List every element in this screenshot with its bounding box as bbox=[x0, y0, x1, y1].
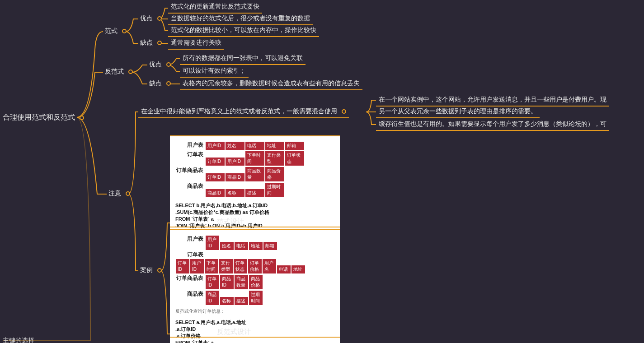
table-cell: 地址 bbox=[265, 142, 284, 150]
table-label: 订单商品表 bbox=[175, 167, 203, 174]
table-cell: 姓名 bbox=[226, 142, 244, 150]
table-cell: 商品价格 bbox=[265, 167, 284, 181]
table-label: 商品表 bbox=[175, 182, 203, 190]
dot-icon bbox=[126, 191, 130, 196]
leaf[interactable]: 范式化的数据比较小，可以放在内存中，操作比较快 bbox=[168, 25, 319, 37]
table-cell: 描述 bbox=[235, 297, 248, 305]
caption-fanfanshi: 反范式设计 bbox=[217, 328, 251, 336]
table-label: 用户表 bbox=[175, 141, 203, 149]
table-cell: 用户ID bbox=[206, 142, 225, 150]
table-label: 订单商品表 bbox=[175, 274, 203, 282]
table-cell: 订单ID bbox=[176, 259, 189, 273]
bottom-cut-node[interactable]: 主键的选择 bbox=[3, 337, 34, 343]
table-cell: 姓名 bbox=[220, 242, 234, 250]
table-cell: 订单状态 bbox=[285, 151, 304, 166]
table-cell: 邮箱 bbox=[285, 142, 304, 150]
caption-fanshi: 范式设计 bbox=[217, 218, 244, 226]
table-cell: 订单状态 bbox=[234, 259, 247, 273]
leaf[interactable]: 在一个网站实例中，这个网站，允许用户发送消息，并且一些用户是付费用户。现 bbox=[376, 95, 609, 107]
table-cell: 订单ID bbox=[206, 275, 219, 289]
table-cell: 描述 bbox=[245, 189, 264, 197]
leaf[interactable]: 缓存衍生值也是有用的。如果需要显示每个用户发了多少消息（类似论坛的），可 bbox=[376, 119, 609, 131]
table-cell: 名称 bbox=[226, 189, 244, 197]
label: 反范式 bbox=[105, 68, 124, 75]
label: 缺点 bbox=[149, 79, 162, 87]
table-cell: 订单ID bbox=[206, 158, 225, 166]
table-cell: 订单价格 bbox=[248, 259, 262, 273]
node-anli[interactable]: 案例 bbox=[138, 265, 164, 275]
leaf[interactable]: 范式化的更新通常比反范式要快 bbox=[168, 2, 262, 14]
note-text: 反范式化查询订单信息： bbox=[175, 308, 334, 315]
node-mix[interactable]: 在企业中很好能做到严格意义上的范式或者反范式，一般需要混合使用 bbox=[138, 107, 349, 118]
leaf[interactable]: 表格内的冗余较多，删除数据时候会造成表有些有用的信息丢失 bbox=[180, 79, 362, 90]
root-node[interactable]: 合理使用范式和反范式 bbox=[3, 113, 84, 122]
dot-icon bbox=[128, 70, 133, 74]
table-cell: 地址 bbox=[291, 265, 305, 273]
dot-icon bbox=[122, 29, 127, 33]
label: 缺点 bbox=[140, 39, 153, 46]
table-cell: 用户ID bbox=[190, 259, 204, 273]
table-cell: 商品价格 bbox=[249, 275, 263, 289]
leaf[interactable]: 另一个从父表冗余一些数据到子表的理由是排序的需要。 bbox=[376, 107, 540, 118]
table-cell: 地址 bbox=[249, 242, 263, 250]
table-cell: 商品ID bbox=[206, 291, 219, 305]
table-cell: 商品数量 bbox=[245, 167, 264, 181]
node-fanshi-quedian[interactable]: 缺点 bbox=[138, 38, 164, 48]
table-cell: 用户名 bbox=[263, 259, 276, 273]
table-label: 订单表 bbox=[175, 251, 203, 259]
table-label: 用户表 bbox=[175, 235, 203, 243]
root-dot bbox=[80, 116, 84, 120]
table-cell: 电话 bbox=[277, 265, 291, 273]
table-cell: 商品数量 bbox=[235, 275, 248, 289]
dot-icon bbox=[157, 16, 162, 21]
node-fanshi-youdian[interactable]: 优点 bbox=[138, 14, 164, 23]
table-cell: 订单ID bbox=[206, 173, 225, 181]
node-fanshi[interactable]: 范式 bbox=[103, 26, 128, 36]
label: 优点 bbox=[140, 14, 153, 22]
img-fanfanshi-design: 用户表用户ID姓名电话地址邮箱订单表订单ID用户ID下单时间支付类型订单状态订单… bbox=[170, 230, 340, 343]
dot-icon bbox=[157, 41, 162, 45]
dot-icon bbox=[166, 62, 171, 67]
table-cell: 支付类型 bbox=[219, 259, 233, 273]
sql-text: SELECT a.用户名,a.电话,a.地址,a.订单ID,a.订单价格FROM… bbox=[175, 319, 334, 343]
table-cell: 名称 bbox=[220, 297, 234, 305]
table-cell: 电话 bbox=[235, 242, 248, 250]
table-cell: 支付类型 bbox=[265, 151, 284, 166]
fanshi-label: 范式 bbox=[105, 27, 118, 34]
root-label: 合理使用范式和反范式 bbox=[3, 113, 75, 121]
table-cell: 商品ID bbox=[226, 173, 244, 181]
leaf[interactable]: 当数据较好的范式化后，很少或者没有重复的数据 bbox=[168, 14, 313, 25]
leaf[interactable]: 可以设计有效的索引； bbox=[180, 66, 249, 78]
dot-icon bbox=[342, 109, 346, 114]
img1-bottomline bbox=[170, 227, 340, 227]
node-fanfanshi[interactable]: 反范式 bbox=[103, 67, 135, 77]
img2-bottomline bbox=[170, 337, 340, 338]
table-cell: 下单时间 bbox=[245, 151, 264, 166]
table-cell: 邮箱 bbox=[263, 242, 277, 250]
node-zhuyi[interactable]: 注意 bbox=[107, 189, 132, 199]
table-cell: 电话 bbox=[245, 142, 264, 150]
table-label: 订单表 bbox=[175, 151, 203, 158]
node-fanfanshi-quedian[interactable]: 缺点 bbox=[147, 79, 173, 88]
table-cell: 用户ID bbox=[206, 236, 219, 250]
table-cell: 下单时间 bbox=[205, 259, 218, 273]
table-cell: 商品ID bbox=[220, 275, 234, 289]
table-cell: 过期时间 bbox=[249, 291, 263, 305]
dot-icon bbox=[166, 81, 171, 86]
leaf[interactable]: 通常需要进行关联 bbox=[168, 38, 224, 50]
table-cell: 商品ID bbox=[206, 189, 225, 197]
label: 优点 bbox=[149, 60, 162, 68]
label: 案例 bbox=[140, 266, 153, 273]
table-label: 商品表 bbox=[175, 290, 203, 298]
leaf[interactable]: 所有的数据都在同一张表中，可以避免关联 bbox=[180, 53, 306, 65]
table-cell: 用户ID bbox=[226, 158, 244, 166]
node-fanfanshi-youdian[interactable]: 优点 bbox=[147, 60, 173, 70]
table-cell: 过期时间 bbox=[265, 183, 284, 197]
dot-icon bbox=[157, 268, 162, 273]
label: 注意 bbox=[108, 190, 121, 197]
